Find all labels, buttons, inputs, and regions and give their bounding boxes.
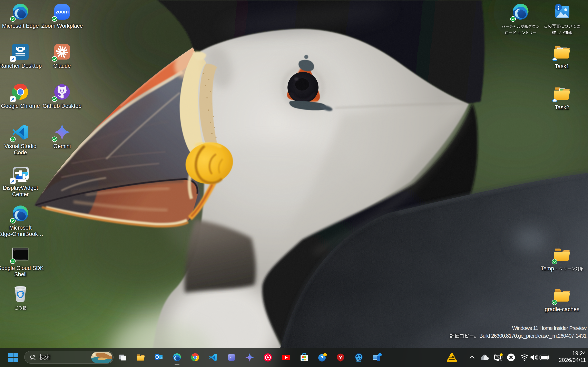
svg-text:C:\_: C:\_ — [14, 250, 17, 252]
svg-text:BETA: BETA — [357, 360, 361, 361]
svg-text:>_: >_ — [229, 356, 233, 359]
svg-text:zoom: zoom — [56, 8, 68, 15]
svg-text:?: ? — [320, 355, 323, 360]
svg-text:7: 7 — [379, 354, 380, 356]
